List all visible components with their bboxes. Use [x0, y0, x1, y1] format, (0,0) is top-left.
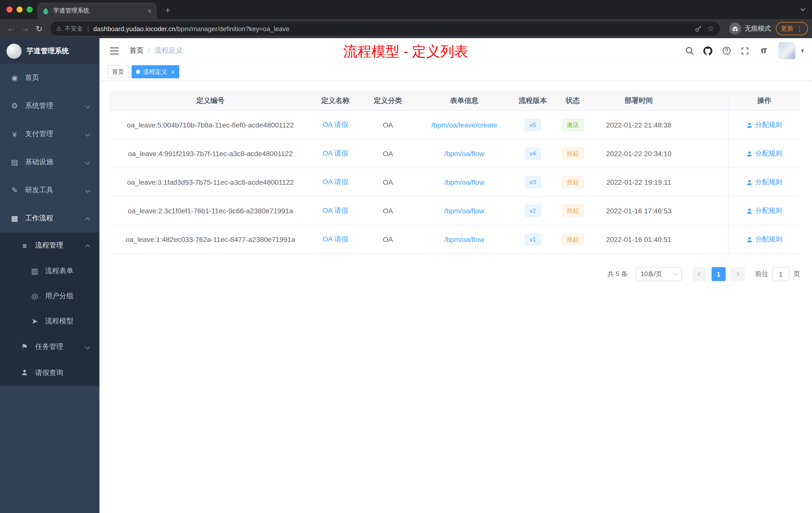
window-zoom-button[interactable]	[27, 6, 33, 12]
form-info-link[interactable]: /bpm/oa/flow	[444, 207, 484, 215]
definition-name-link[interactable]: OA 请假	[323, 178, 348, 186]
chevron-up-icon	[86, 214, 89, 222]
assign-rule-link[interactable]: 分配规则	[746, 120, 782, 129]
users-icon: ◎	[30, 292, 39, 301]
fullscreen-icon[interactable]	[738, 44, 752, 58]
form-info-link[interactable]: /bpm/oa/flow	[444, 235, 484, 243]
window-close-button[interactable]	[6, 6, 12, 12]
list-icon: ≡	[20, 241, 29, 250]
sidebar: 芋道管理系统 ◉ 首页 ⚙ 系统管理 ¥ 支付管理 ▤ 基础设施	[0, 38, 99, 513]
sidebar-item-rd-tools[interactable]: ✎ 研发工具	[0, 176, 99, 204]
sidebar-item-label: 工作流程	[25, 214, 53, 223]
chevron-down-icon	[673, 271, 678, 276]
definition-id: oa_leave:2:3c1f0ef1-76b1-11ec-9c66-a2380…	[110, 207, 311, 215]
url-path: /bpm/manager/definition?key=oa_leave	[175, 25, 290, 32]
back-button[interactable]: ←	[4, 22, 18, 36]
password-key-icon[interactable]	[694, 25, 702, 33]
person-icon	[746, 150, 753, 157]
assign-rule-link[interactable]: 分配规则	[746, 178, 782, 187]
update-label: 更新	[781, 24, 793, 33]
sidebar-item-label: 首页	[25, 73, 39, 82]
new-tab-button[interactable]: +	[162, 4, 174, 17]
definition-name-link[interactable]: OA 请假	[323, 120, 348, 128]
sidebar-item-infrastructure[interactable]: ▤ 基础设施	[0, 148, 99, 176]
person-icon	[746, 122, 753, 128]
person-icon	[746, 236, 753, 243]
definition-category: OA	[359, 121, 416, 129]
definition-name-link[interactable]: OA 请假	[323, 149, 348, 157]
sidebar-item-process-models[interactable]: ➤ 流程模型	[0, 309, 99, 334]
send-icon: ➤	[30, 317, 39, 326]
definition-name-link[interactable]: OA 请假	[323, 206, 348, 214]
sidebar-logo[interactable]: 芋道管理系统	[0, 38, 99, 64]
assign-rule-link[interactable]: 分配规则	[746, 149, 782, 158]
form-info-link[interactable]: /bpm/oa/flow	[444, 150, 484, 158]
column-header-id: 定义编号	[110, 96, 311, 105]
tools-icon: ✎	[10, 186, 19, 195]
sidebar-item-process-forms[interactable]: ▥ 流程表单	[0, 259, 99, 283]
user-avatar[interactable]	[778, 42, 795, 59]
security-label: 不安全	[65, 24, 83, 33]
tab-close-icon[interactable]: ×	[148, 7, 152, 14]
font-size-icon[interactable]: tT	[757, 44, 771, 58]
deploy-time: 2022-01-16 17:46:53	[592, 207, 686, 215]
assign-rule-link[interactable]: 分配规则	[746, 235, 782, 244]
search-icon[interactable]	[683, 44, 696, 58]
yen-icon: ¥	[10, 130, 19, 138]
chevron-up-icon	[86, 241, 89, 249]
github-icon[interactable]	[701, 44, 715, 58]
help-icon[interactable]	[720, 44, 734, 58]
browser-update-button[interactable]: 更新 ⋮	[776, 22, 808, 35]
definition-id: oa_leave:3:1fad3d93-7b75-11ec-a3c8-acde4…	[110, 178, 311, 186]
sidebar-item-label: 系统管理	[25, 101, 53, 111]
sidebar-item-workflow[interactable]: ▦ 工作流程	[0, 204, 99, 233]
sidebar-item-system-management[interactable]: ⚙ 系统管理	[0, 92, 99, 120]
assign-rule-link[interactable]: 分配规则	[746, 206, 782, 215]
sidebar-item-process-management[interactable]: ≡ 流程管理	[0, 233, 99, 259]
reload-button[interactable]: ↻	[32, 22, 46, 36]
tag-label: 流程定义	[143, 67, 167, 76]
browser-tab[interactable]: 芋道管理系统 ×	[37, 2, 157, 19]
sidebar-item-user-groups[interactable]: ◎ 用户分组	[0, 283, 99, 309]
sidebar-item-payment-management[interactable]: ¥ 支付管理	[0, 120, 99, 148]
next-page-button[interactable]	[731, 267, 745, 281]
flag-icon: ⚑	[20, 342, 29, 351]
sidebar-item-label: 流程表单	[45, 267, 73, 276]
bookmark-star-icon[interactable]: ☆	[707, 24, 714, 33]
definition-name-link[interactable]: OA 请假	[323, 235, 348, 243]
goto-page-input[interactable]	[772, 267, 789, 281]
goto-label: 前往	[755, 270, 768, 279]
sidebar-submenu-workflow: ≡ 流程管理 ▥ 流程表单 ◎ 用户分组 ➤ 流程模型 ⚑	[0, 233, 99, 386]
table-header-row: 定义编号 定义名称 定义分类 表单信息 流程版本 状态 部署时间 操作	[110, 91, 800, 111]
sidebar-item-task-management[interactable]: ⚑ 任务管理	[0, 334, 99, 360]
status-badge: 激活	[562, 119, 584, 131]
page-number-button[interactable]: 1	[712, 267, 726, 281]
prev-page-button[interactable]	[693, 267, 706, 281]
page-unit-label: 页	[793, 270, 800, 279]
tag-process-definition[interactable]: 流程定义 ×	[132, 65, 179, 78]
sidebar-item-leave-query[interactable]: 请假查询	[0, 360, 99, 386]
tag-close-icon[interactable]: ×	[171, 68, 174, 75]
column-header-category: 定义分类	[359, 96, 416, 105]
form-info-link[interactable]: /bpm/oa/flow	[444, 178, 484, 186]
app-frame: 芋道管理系统 ◉ 首页 ⚙ 系统管理 ¥ 支付管理 ▤ 基础设施	[0, 38, 812, 513]
forward-button[interactable]: →	[18, 22, 32, 36]
sidebar-item-home[interactable]: ◉ 首页	[0, 64, 99, 92]
tag-home[interactable]: 首页	[108, 65, 128, 78]
deploy-time: 2022-01-16 01:40:51	[592, 235, 686, 243]
definition-category: OA	[359, 235, 416, 243]
form-info-link[interactable]: /bpm/oa/leave/create	[431, 121, 497, 129]
sidebar-collapse-button[interactable]	[108, 44, 121, 58]
window-minimize-button[interactable]	[17, 6, 23, 12]
tab-search-chevron-icon[interactable]	[800, 6, 806, 12]
security-indicator[interactable]: ⚠ 不安全	[56, 24, 83, 33]
caret-down-icon[interactable]: ▾	[801, 47, 804, 54]
page-size-select[interactable]: 10条/页	[636, 267, 682, 281]
address-bar[interactable]: ⚠ 不安全 dashboard.yudao.iocoder.cn/bpm/man…	[50, 22, 720, 36]
version-badge: v4	[524, 148, 541, 160]
sidebar-item-label: 请假查询	[35, 368, 63, 378]
navbar-right-actions: tT ▾	[683, 42, 804, 59]
browser-menu-kebab-icon[interactable]: ⋮	[796, 25, 803, 33]
breadcrumb-home[interactable]: 首页	[129, 46, 144, 55]
assign-rule-label: 分配规则	[755, 149, 782, 158]
